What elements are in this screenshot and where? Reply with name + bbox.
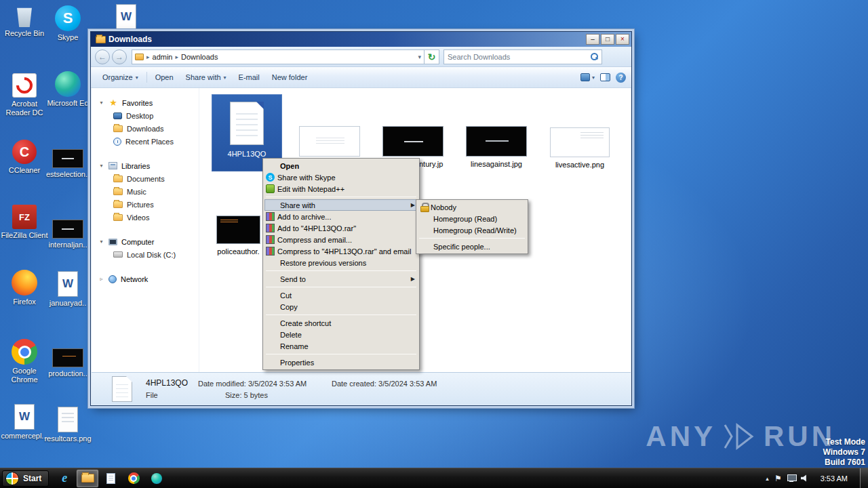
sidebar-group-header-favorites[interactable]: ▾Favorites	[92, 96, 199, 109]
command-bar-items: Organize▾OpenShare with▾E-mailNew folder	[96, 70, 313, 85]
context-menu-item-add-to-archive[interactable]: Add to archive...	[264, 211, 418, 222]
file-item-policeauthor[interactable]: policeauthor.	[216, 216, 260, 256]
network-icon[interactable]	[787, 474, 795, 482]
sidebar-item-videos[interactable]: Videos	[92, 211, 199, 224]
desktop-icon-ccleaner[interactable]: CCleaner	[0, 140, 49, 175]
file-item-thumb-1[interactable]	[299, 126, 360, 157]
desktop-icon-label: resultcars.png	[43, 434, 92, 443]
sidebar-item-downloads[interactable]: Downloads	[92, 122, 199, 135]
januaryad-icon	[58, 271, 78, 297]
taskbar-icon-chrome[interactable]	[123, 470, 144, 487]
desktop-icon-estselection[interactable]: estselection..	[43, 149, 92, 179]
context-menu-item-share-with-skype[interactable]: Share with Skype	[264, 171, 418, 183]
address-segment-folder[interactable]: Downloads	[181, 53, 218, 61]
context-menu-item-open[interactable]: Open	[264, 160, 418, 171]
file-item-linesagainst-jpg[interactable]: linesagainst.jpg	[466, 126, 527, 168]
desktop-icon-recycle-bin[interactable]: Recycle Bin	[0, 5, 49, 38]
computer-icon	[108, 239, 117, 245]
chevron-down-icon: ▾	[592, 75, 595, 81]
search-icon[interactable]	[591, 53, 598, 60]
toolbar-organize[interactable]: Organize▾	[96, 70, 144, 85]
submenu-arrow-icon: ▶	[411, 202, 415, 208]
sidebar-item-music[interactable]: Music	[92, 185, 199, 198]
context-menu-item-send-to[interactable]: Send to▶	[264, 273, 418, 285]
sidebar-item-recent-places[interactable]: Recent Places	[92, 135, 199, 148]
search-box[interactable]	[443, 49, 602, 64]
context-menu-item-compress-to-4hpl13qo-rar-and-email[interactable]: Compress to "4HPL13QO.rar" and email	[264, 245, 418, 257]
minimize-button[interactable]: –	[586, 34, 599, 45]
toolbar-share-with[interactable]: Share with▾	[180, 70, 233, 85]
commercepl-icon	[14, 404, 35, 430]
context-menu-item-properties[interactable]: Properties	[264, 357, 418, 368]
share-submenu-item-homegroup-read[interactable]: Homegroup (Read)	[418, 213, 526, 224]
sidebar-item-label: Pictures	[127, 201, 154, 209]
context-menu-item-compress-and-email[interactable]: Compress and email...	[264, 234, 418, 245]
desktop-icon-firefox[interactable]: Firefox	[0, 270, 49, 306]
taskbar-icon-ie[interactable]	[54, 470, 75, 487]
taskbar-icon-notepad[interactable]	[100, 470, 121, 487]
context-menu-item-rename[interactable]: Rename	[264, 340, 418, 352]
maximize-button[interactable]: □	[601, 34, 614, 45]
context-menu-item-copy[interactable]: Copy	[264, 301, 418, 312]
desktop-icon-skype[interactable]: Skype	[43, 5, 92, 42]
address-dropdown-icon[interactable]: ▾	[418, 54, 421, 60]
sidebar-item-documents[interactable]: Documents	[92, 172, 199, 185]
taskbar-icon-explorer[interactable]	[77, 470, 98, 487]
toolbar-new-folder[interactable]: New folder	[266, 70, 314, 85]
context-menu-item-share-with[interactable]: Share with▶	[264, 199, 418, 211]
desktop-icon-januaryad[interactable]: januaryad..	[43, 271, 92, 308]
close-button[interactable]: ×	[616, 34, 629, 45]
network-icon	[108, 275, 117, 283]
context-menu-item-cut[interactable]: Cut	[264, 289, 418, 301]
desktop-icon-commercepl[interactable]: commercepl...	[0, 404, 49, 441]
context-menu-item-edit-with-notepad[interactable]: Edit with Notepad++	[264, 183, 418, 195]
desktop-icon-production[interactable]: production..	[43, 348, 92, 378]
title-bar[interactable]: Downloads – □ ×	[91, 32, 631, 47]
taskbar-icon-edge[interactable]	[146, 470, 167, 487]
preview-pane-button[interactable]	[600, 73, 610, 81]
desktop-icon-word-doc[interactable]	[102, 4, 151, 30]
sidebar-group-header-network[interactable]: ▹Network	[92, 272, 199, 285]
share-submenu-item-specific-people[interactable]: Specific people...	[418, 241, 526, 252]
desktop-icon-edge[interactable]: Microsoft Ed	[43, 71, 92, 108]
desktop-icon-label: Acrobat Reader DC	[0, 100, 49, 117]
sidebar-group-header-computer[interactable]: ▾Computer	[92, 235, 199, 248]
desktop-icon-resultcars[interactable]: resultcars.png	[43, 407, 92, 443]
taskbar-clock[interactable]: 3:53 AM	[814, 474, 854, 483]
desktop-icon-label: Microsoft Ed	[43, 99, 92, 108]
sidebar-group-header-libraries[interactable]: ▾Libraries	[92, 159, 199, 172]
blank-icon	[266, 291, 277, 300]
chevron-down-icon: ▾	[224, 75, 226, 81]
desktop-icon-filezilla[interactable]: FileZilla Client	[0, 205, 49, 240]
desktop-icon-internaljan[interactable]: internaljan..	[43, 220, 92, 249]
show-desktop-button[interactable]	[860, 468, 868, 488]
context-menu-item-delete[interactable]: Delete	[264, 329, 418, 340]
context-menu-item-create-shortcut[interactable]: Create shortcut	[264, 317, 418, 329]
help-button[interactable]: ?	[616, 73, 626, 83]
desktop-icon-chrome[interactable]: Google Chrome	[0, 339, 49, 384]
share-submenu-item-homegroup-read-write[interactable]: Homegroup (Read/Write)	[418, 224, 526, 236]
share-submenu-item-nobody[interactable]: Nobody	[418, 201, 526, 213]
chrome-icon	[12, 339, 37, 365]
toolbar-open[interactable]: Open	[149, 70, 180, 85]
volume-icon[interactable]	[801, 474, 808, 482]
back-button[interactable]: ←	[95, 49, 110, 64]
refresh-button[interactable]: ↻	[425, 49, 439, 64]
context-menu-item-add-to-4hpl13qo-rar[interactable]: Add to "4HPL13QO.rar"	[264, 222, 418, 234]
address-segment-user[interactable]: admin	[153, 53, 173, 61]
npp-icon	[266, 184, 275, 193]
start-button[interactable]: Start	[2, 470, 49, 487]
sidebar-item-pictures[interactable]: Pictures	[92, 198, 199, 211]
change-view-button[interactable]: ▾	[580, 73, 595, 81]
address-bar[interactable]: ▸ admin ▸ Downloads ▾	[132, 49, 425, 64]
toolbar-e-mail[interactable]: E-mail	[233, 70, 266, 85]
tray-expand-icon[interactable]: ▴	[766, 475, 769, 482]
context-menu-item-restore-previous-versions[interactable]: Restore previous versions	[264, 257, 418, 268]
action-center-icon[interactable]: ⚑	[774, 474, 782, 483]
desktop-icon-acrobat[interactable]: Acrobat Reader DC	[0, 73, 49, 117]
file-item-livesactive-png[interactable]: livesactive.png	[550, 127, 610, 169]
sidebar-item-desktop[interactable]: Desktop	[92, 109, 199, 122]
sidebar-item-local-disk-c[interactable]: Local Disk (C:)	[92, 248, 199, 261]
forward-button[interactable]: →	[112, 49, 127, 64]
search-input[interactable]	[448, 53, 591, 61]
